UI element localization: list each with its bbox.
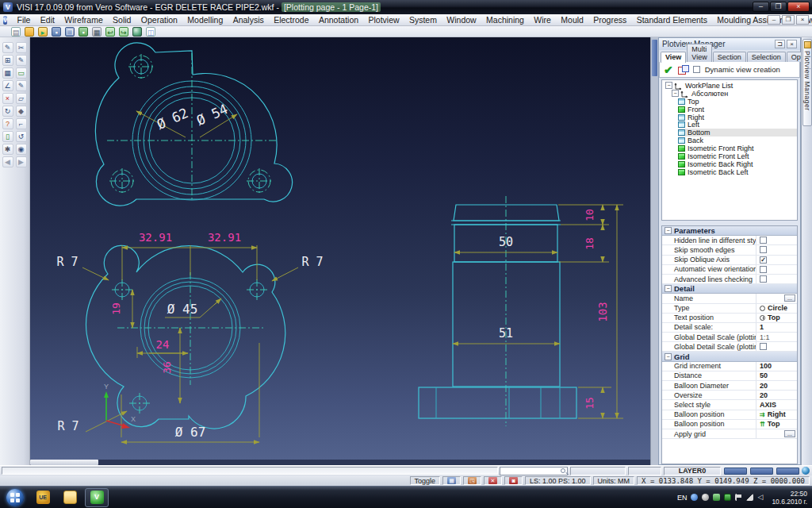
menu-modelling[interactable]: Modelling	[182, 15, 228, 25]
forward-icon[interactable]: ▶	[16, 156, 27, 167]
taskbar-explorer[interactable]	[58, 488, 82, 507]
menu-operation[interactable]: Operation	[136, 15, 183, 25]
drawing-canvas[interactable]: Ø 62 Ø 54	[30, 37, 650, 465]
snap-off-icon[interactable]: ✕	[484, 476, 502, 485]
print-icon[interactable]: ▦	[92, 27, 102, 37]
vertical-scrollbar[interactable]	[650, 37, 658, 465]
menu-standard-elements[interactable]: Standard Elements	[631, 15, 712, 25]
menu-wireframe[interactable]: Wireframe	[59, 15, 108, 25]
import-icon[interactable]: ↩	[105, 27, 115, 37]
tortoise-icon[interactable]	[724, 494, 731, 501]
menu-system[interactable]: System	[404, 15, 442, 25]
tray-app-icon[interactable]	[702, 494, 709, 501]
menu-plotview[interactable]: Plotview	[363, 15, 404, 25]
prop-value[interactable]: 50	[760, 371, 768, 379]
network-icon[interactable]	[746, 494, 753, 501]
menu-mould[interactable]: Mould	[556, 15, 588, 25]
mdi-close-button[interactable]: ×	[796, 15, 809, 25]
fit-view-icon[interactable]: ⊞	[2, 55, 13, 66]
prop-value[interactable]: 20	[760, 382, 768, 390]
dynamic-view-checkbox[interactable]	[693, 66, 700, 73]
tree-item-iso-front-right[interactable]: Isometric Front Right	[678, 144, 797, 152]
trim-icon[interactable]: ✂	[16, 42, 27, 53]
globe-icon[interactable]	[802, 467, 810, 475]
prop-value[interactable]: 20	[760, 391, 768, 399]
prop-value[interactable]: 1:1	[760, 333, 770, 341]
maximize-button[interactable]: ❐	[770, 2, 787, 12]
tree-item-iso-back-right[interactable]: Isometric Back Right	[678, 160, 797, 168]
checkbox[interactable]	[760, 266, 767, 273]
tray-app-icon[interactable]	[691, 494, 698, 501]
mdi-minimize-button[interactable]: –	[768, 15, 780, 25]
solid-cube-icon[interactable]: ◆	[16, 106, 27, 117]
menu-wire[interactable]: Wire	[529, 15, 556, 25]
prop-value[interactable]: Right	[768, 410, 786, 418]
menu-electrode[interactable]: Electrode	[269, 15, 314, 25]
profile-icon[interactable]: ▭	[16, 67, 27, 79]
zoom-edit-icon[interactable]: ✎	[2, 42, 13, 53]
refresh-icon[interactable]: ↻	[2, 106, 13, 117]
open-folder-icon[interactable]	[25, 27, 34, 37]
layer-indicator[interactable]: LAYER0	[664, 467, 721, 475]
settings-icon[interactable]: ✱	[2, 144, 13, 155]
close-button[interactable]: ×	[787, 2, 810, 12]
tree-item-front[interactable]: Front	[678, 106, 797, 114]
trash-icon[interactable]: ▯	[2, 131, 13, 142]
group-parameters[interactable]: −Parameters	[662, 226, 797, 236]
save-all-icon[interactable]: ❒	[65, 27, 75, 37]
menu-solid[interactable]: Solid	[108, 15, 136, 25]
snap-settings-icon[interactable]: ▦	[2, 67, 13, 79]
command-prompt-bar[interactable]	[2, 467, 498, 475]
volume-icon[interactable]: ◁	[757, 494, 764, 501]
checkbox-checked[interactable]: ✓	[760, 256, 767, 264]
checkbox[interactable]	[760, 275, 767, 283]
collapse-icon[interactable]: −	[665, 82, 672, 89]
panel-close-icon[interactable]: ×	[787, 40, 797, 48]
sketch-icon[interactable]: ✎	[16, 55, 27, 66]
undo-icon[interactable]: ↺	[16, 131, 27, 142]
menu-analysis[interactable]: Analysis	[228, 15, 268, 25]
minimize-button[interactable]: –	[753, 2, 769, 12]
view-button[interactable]	[750, 468, 773, 475]
workplane-icon[interactable]: ⌐	[16, 118, 27, 129]
tree-item-right[interactable]: Right	[678, 114, 797, 121]
mask-button[interactable]	[776, 468, 799, 475]
grid-toggle-icon[interactable]: ▦	[442, 476, 461, 485]
action-center-flag-icon[interactable]	[735, 494, 742, 501]
search-input[interactable]	[500, 467, 568, 475]
menu-progress[interactable]: Progress	[588, 15, 631, 25]
sheet-icon[interactable]: ▱	[16, 93, 27, 104]
ortho-toggle-icon[interactable]: ◳	[463, 476, 481, 485]
back-icon[interactable]: ◀	[2, 156, 13, 167]
tree-node-workplane-list[interactable]: − WorkPlane List	[665, 82, 797, 90]
group-grid[interactable]: −Grid	[662, 352, 797, 361]
clock[interactable]: 22:50 10.6.2010 г.	[768, 490, 807, 506]
group-detail[interactable]: −Detail	[662, 284, 797, 294]
apply-grid-button[interactable]: ...	[784, 430, 795, 437]
checkbox[interactable]	[760, 237, 767, 244]
prop-value[interactable]: 100	[760, 362, 772, 370]
tab-multi-view[interactable]: Multi View	[687, 44, 711, 62]
snapshot-icon[interactable]: ◉	[16, 144, 27, 155]
antivirus-shield-icon[interactable]	[713, 494, 720, 501]
view-creation-icon[interactable]	[678, 65, 688, 75]
prop-value[interactable]: Top	[768, 314, 780, 321]
open-recent-icon[interactable]: ▸	[38, 27, 48, 37]
prop-value[interactable]: 1	[760, 323, 764, 331]
tree-node-absolute[interactable]: − Абсолютен	[672, 90, 797, 98]
apply-check-icon[interactable]: ✔	[664, 64, 673, 75]
taskbar-ultraedit[interactable]: UE	[31, 488, 55, 507]
browse-button[interactable]: ...	[784, 294, 795, 302]
checkbox[interactable]	[760, 343, 767, 350]
save-icon[interactable]: ▪	[52, 27, 61, 37]
checkbox[interactable]	[760, 246, 767, 253]
tree-item-iso-back-left[interactable]: Isometric Back Left	[678, 168, 797, 176]
query-icon[interactable]: ?	[2, 118, 13, 129]
mdi-restore-button[interactable]: ❐	[782, 15, 795, 25]
tree-item-iso-front-left[interactable]: Isometric Front Left	[678, 152, 797, 160]
toggle-button[interactable]: Toggle	[410, 476, 441, 485]
tree-item-left[interactable]: Left	[678, 121, 797, 129]
tree-item-bottom[interactable]: Bottom	[678, 129, 797, 137]
tree-item-back[interactable]: Back	[678, 137, 797, 144]
tree-item-top[interactable]: Top	[678, 98, 797, 106]
